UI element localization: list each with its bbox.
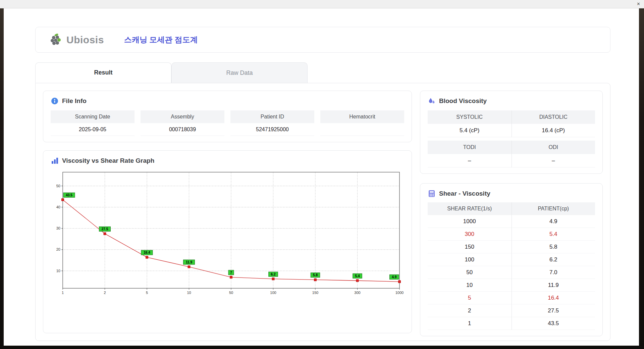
- patient-viscosity-value: 16.4: [512, 292, 595, 304]
- shear-rate-value: 300: [428, 228, 512, 241]
- blood-viscosity-value-row: 5.4 (cP)16.4 (cP): [428, 124, 595, 137]
- tab-bar: Result Raw Data: [35, 62, 610, 83]
- viscosity-chart: 10203040501251050100150300100043.527.516…: [51, 169, 405, 297]
- svg-text:4.9: 4.9: [392, 275, 396, 279]
- shear-viscosity-row: 227.5: [428, 304, 595, 317]
- svg-text:7: 7: [230, 271, 232, 275]
- shear-viscosity-row: 10004.9: [428, 215, 595, 228]
- shear-viscosity-title: Shear - Viscosity: [428, 190, 595, 198]
- file-info-field: Scanning Date2025-09-05: [51, 110, 135, 136]
- blood-viscosity-value: –: [512, 154, 595, 167]
- blood-viscosity-value-row: ––: [428, 154, 595, 167]
- shear-viscosity-row: 1011.9: [428, 279, 595, 292]
- patient-viscosity-value: 5.8: [512, 241, 595, 253]
- shear-rate-value: 50: [428, 266, 512, 279]
- svg-text:5.4: 5.4: [355, 274, 360, 278]
- file-info-card: File Info Scanning Date2025-09-05Assembl…: [43, 91, 412, 142]
- shear-rate-value: 2: [428, 304, 512, 317]
- shear-rate-value: 100: [428, 253, 512, 266]
- shear-viscosity-row: 1505.8: [428, 241, 595, 253]
- shear-rate-value: 5: [428, 292, 512, 304]
- shear-viscosity-row: 507.0: [428, 266, 595, 279]
- file-info-field: Assembly000718039: [141, 110, 224, 136]
- file-info-field-label: Scanning Date: [51, 110, 135, 123]
- shear-viscosity-row: 1006.2: [428, 253, 595, 266]
- app-header: Ubiosis 스캐닝 모세관 점도계: [35, 27, 610, 53]
- file-info-grid: Scanning Date2025-09-05Assembly000718039…: [51, 110, 404, 136]
- svg-text:5: 5: [146, 291, 148, 295]
- blood-viscosity-header-row: TODIODI: [428, 141, 595, 154]
- file-info-field-label: Assembly: [141, 110, 224, 123]
- file-info-title: File Info: [51, 97, 404, 105]
- svg-text:300: 300: [354, 291, 360, 295]
- patient-viscosity-value: 5.4: [512, 228, 595, 241]
- grape-cluster-icon: [50, 33, 64, 47]
- shear-viscosity-row: 143.5: [428, 317, 595, 330]
- svg-text:11.9: 11.9: [186, 260, 192, 264]
- blood-viscosity-header: SYSTOLIC: [428, 110, 512, 124]
- svg-text:1000: 1000: [395, 291, 404, 295]
- shear-viscosity-title-text: Shear - Viscosity: [439, 190, 490, 197]
- svg-text:43.5: 43.5: [66, 193, 72, 197]
- file-info-field-value: [320, 123, 404, 136]
- file-info-title-text: File Info: [62, 97, 87, 105]
- svg-text:10: 10: [187, 291, 191, 295]
- shear-rate-value: 10: [428, 279, 512, 292]
- result-panel: File Info Scanning Date2025-09-05Assembl…: [35, 83, 610, 341]
- patient-viscosity-value: 4.9: [512, 215, 595, 228]
- svg-text:1: 1: [62, 291, 64, 295]
- file-info-field-label: Patient ID: [230, 110, 314, 123]
- patient-viscosity-value: 11.9: [512, 279, 595, 292]
- svg-text:6.2: 6.2: [271, 272, 276, 276]
- svg-text:20: 20: [56, 247, 60, 251]
- svg-text:16.4: 16.4: [144, 251, 150, 254]
- right-column: Blood Viscosity SYSTOLICDIASTOLIC5.4 (cP…: [420, 91, 603, 333]
- patient-viscosity-value: 27.5: [512, 304, 595, 317]
- shear-rate-value: 1000: [428, 215, 512, 228]
- tab-result[interactable]: Result: [35, 62, 171, 83]
- shear-rate-value: 150: [428, 241, 512, 253]
- blood-viscosity-title-text: Blood Viscosity: [439, 97, 487, 105]
- blood-viscosity-value: 16.4 (cP): [512, 124, 595, 137]
- calculator-icon: [428, 190, 436, 198]
- shear-viscosity-row: 3005.4: [428, 228, 595, 241]
- blood-viscosity-header: TODI: [428, 141, 512, 154]
- shear-viscosity-header-row: SHEAR RATE(1/s) PATIENT(cp): [428, 202, 595, 215]
- svg-text:30: 30: [56, 226, 60, 230]
- patient-viscosity-value: 7.0: [512, 266, 595, 279]
- svg-text:40: 40: [56, 205, 60, 209]
- window-titlebar: ×: [0, 0, 644, 8]
- svg-text:100: 100: [270, 291, 276, 295]
- svg-text:150: 150: [312, 291, 318, 295]
- blood-viscosity-card: Blood Viscosity SYSTOLICDIASTOLIC5.4 (cP…: [420, 91, 603, 174]
- blood-viscosity-value: 5.4 (cP): [428, 124, 512, 137]
- patient-column-header: PATIENT(cp): [512, 202, 595, 215]
- file-info-field: Hematocrit: [320, 110, 404, 136]
- file-info-field-value: 000718039: [141, 123, 224, 136]
- blood-viscosity-title: Blood Viscosity: [428, 97, 595, 105]
- left-column: File Info Scanning Date2025-09-05Assembl…: [43, 91, 412, 333]
- tab-raw-data[interactable]: Raw Data: [171, 62, 308, 83]
- brand-text: Ubiosis: [66, 34, 104, 46]
- blood-viscosity-header-row: SYSTOLICDIASTOLIC: [428, 110, 595, 124]
- shear-viscosity-table: SHEAR RATE(1/s) PATIENT(cp) 10004.93005.…: [428, 202, 595, 330]
- shear-rate-value: 1: [428, 317, 512, 330]
- svg-text:50: 50: [56, 184, 60, 188]
- svg-text:5.8: 5.8: [313, 273, 318, 277]
- window-close-button[interactable]: ×: [633, 0, 644, 8]
- shear-rate-column-header: SHEAR RATE(1/s): [428, 202, 512, 215]
- shear-viscosity-card: Shear - Viscosity SHEAR RATE(1/s) PATIEN…: [420, 183, 603, 336]
- graph-title: Viscosity vs Shear Rate Graph: [51, 157, 404, 165]
- blood-viscosity-value: –: [428, 154, 512, 167]
- water-drops-icon: [428, 97, 436, 105]
- bar-chart-icon: [51, 157, 59, 165]
- blood-viscosity-header: ODI: [512, 141, 595, 154]
- app-title-korean: 스캐닝 모세관 점도계: [124, 35, 198, 45]
- file-info-field-value: 2025-09-05: [51, 123, 135, 136]
- blood-viscosity-header: DIASTOLIC: [512, 110, 595, 124]
- graph-title-text: Viscosity vs Shear Rate Graph: [62, 157, 154, 164]
- svg-text:50: 50: [229, 291, 233, 295]
- info-icon: [51, 97, 59, 105]
- file-info-field-label: Hematocrit: [320, 110, 404, 123]
- svg-text:10: 10: [56, 269, 60, 273]
